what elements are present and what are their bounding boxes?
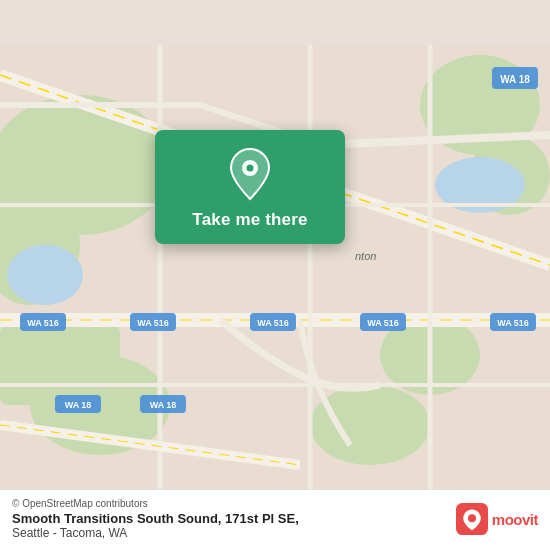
moovit-brand-icon — [456, 503, 488, 535]
moovit-brand-text: moovit — [492, 511, 538, 528]
svg-text:WA 18: WA 18 — [150, 400, 177, 410]
svg-text:WA 18: WA 18 — [500, 74, 530, 85]
action-card[interactable]: Take me there — [155, 130, 345, 244]
place-sub: Seattle - Tacoma, WA — [12, 526, 299, 540]
svg-text:WA 516: WA 516 — [137, 318, 169, 328]
place-name: Smooth Transitions South Sound, 171st Pl… — [12, 511, 299, 526]
moovit-logo: moovit — [456, 503, 538, 535]
take-me-there-button[interactable]: Take me there — [192, 210, 307, 230]
attribution-text: © OpenStreetMap contributors — [12, 498, 299, 509]
svg-point-7 — [310, 385, 430, 465]
svg-point-43 — [247, 165, 254, 172]
svg-point-45 — [468, 514, 476, 522]
map-background: WA 18 WA 516 WA 516 WA 516 WA 516 WA 516… — [0, 0, 550, 550]
svg-text:WA 18: WA 18 — [65, 400, 92, 410]
svg-text:WA 516: WA 516 — [27, 318, 59, 328]
svg-text:WA 516: WA 516 — [257, 318, 289, 328]
svg-text:nton: nton — [355, 250, 376, 262]
svg-text:WA 516: WA 516 — [497, 318, 529, 328]
map-container: WA 18 WA 516 WA 516 WA 516 WA 516 WA 516… — [0, 0, 550, 550]
location-icon-wrap — [224, 148, 276, 200]
bottom-left: © OpenStreetMap contributors Smooth Tran… — [12, 498, 299, 540]
bottom-bar: © OpenStreetMap contributors Smooth Tran… — [0, 489, 550, 550]
svg-point-9 — [7, 245, 83, 305]
location-pin-icon — [226, 147, 274, 201]
svg-text:WA 516: WA 516 — [367, 318, 399, 328]
